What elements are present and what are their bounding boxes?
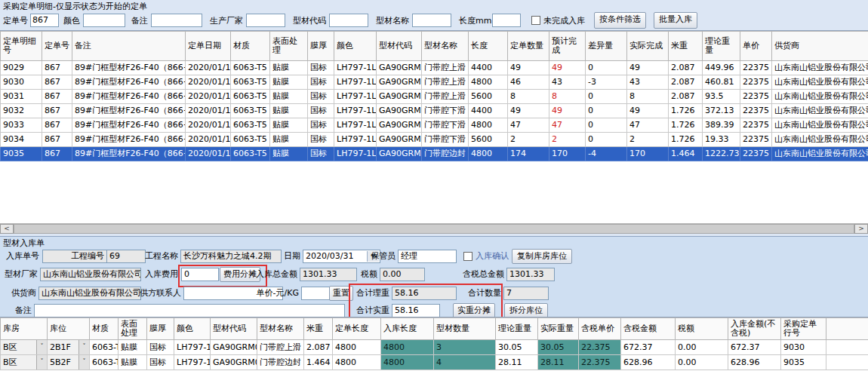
cell[interactable]: 贴膜 bbox=[270, 75, 308, 90]
cell[interactable]: 山东南山铝业股份有限公司 bbox=[772, 90, 868, 104]
cell[interactable]: 2.087 bbox=[669, 61, 703, 75]
maker-input[interactable]: 山东南山铝业股份有限公司 bbox=[40, 268, 141, 281]
unfinished-checkbox[interactable] bbox=[531, 16, 540, 25]
supplier-input[interactable]: 山东南山铝业股份有限公司 bbox=[38, 287, 141, 300]
cell[interactable]: 22375 bbox=[740, 75, 772, 90]
cell[interactable]: 门带腔下滑 bbox=[422, 133, 469, 147]
cell[interactable]: LH797-1LL0 bbox=[334, 104, 377, 118]
cell[interactable]: 国标 bbox=[308, 90, 334, 104]
cell[interactable]: 贴膜 bbox=[270, 133, 308, 147]
cell[interactable]: 9032 bbox=[1, 104, 42, 118]
cell[interactable]: 1.464 bbox=[669, 147, 703, 161]
cell[interactable]: 49 bbox=[627, 104, 669, 118]
cell[interactable]: 5600 bbox=[469, 90, 508, 104]
cell[interactable]: 6063-T5 bbox=[231, 133, 270, 147]
cell[interactable]: 4800 bbox=[469, 75, 508, 90]
cell[interactable]: 170 bbox=[627, 147, 669, 161]
fee-input[interactable]: 0 bbox=[181, 268, 219, 281]
cell[interactable]: 1.726 bbox=[669, 118, 703, 133]
actual-allocate-button[interactable]: 实重分摊 bbox=[453, 303, 495, 318]
combo-dropdown-icon[interactable]: ˅ bbox=[78, 340, 89, 354]
cell[interactable]: 867 bbox=[42, 104, 72, 118]
table-row[interactable]: 903186789#门框型材F26-F40（866+867）2020/01/13… bbox=[1, 90, 868, 104]
cell[interactable]: GA90GRM03 bbox=[377, 75, 422, 90]
cell[interactable]: 43 bbox=[549, 75, 586, 90]
scroll-right-icon[interactable]: > bbox=[854, 224, 868, 234]
cell[interactable]: LH797-1LL0 bbox=[334, 61, 377, 75]
cell[interactable]: 47 bbox=[508, 118, 549, 133]
cell[interactable]: 门带腔下滑 bbox=[422, 118, 469, 133]
cell[interactable]: 山东南山铝业股份有限公司 bbox=[772, 75, 868, 90]
cell[interactable]: 170 bbox=[549, 147, 586, 161]
cell[interactable]: 4400 bbox=[469, 61, 508, 75]
cell[interactable]: 6063-T5 bbox=[231, 90, 270, 104]
cell[interactable]: 山东南山铝业股份有限公司 bbox=[772, 133, 868, 147]
table-row[interactable]: B区˅2B1F˅6063-T5贴膜国标LH797-1LL0GA90GRM03门带… bbox=[1, 340, 868, 355]
filter-by-condition-button[interactable]: 按条件筛选 bbox=[594, 12, 646, 29]
cell[interactable]: 867 bbox=[42, 75, 72, 90]
copy-warehouse-button[interactable]: 复制库房库位 bbox=[512, 249, 572, 264]
split-location-button[interactable]: 拆分库位 bbox=[504, 303, 548, 318]
cell[interactable]: 2.087 bbox=[669, 75, 703, 90]
cell[interactable]: 2020/01/13 bbox=[186, 90, 231, 104]
cell[interactable]: 贴膜 bbox=[270, 104, 308, 118]
cell[interactable]: GA90GRM03 bbox=[377, 90, 422, 104]
total-actual-input[interactable]: 58.16 bbox=[392, 304, 440, 317]
project-no-input[interactable]: 69 bbox=[106, 250, 146, 263]
cell[interactable]: 6063-T5 bbox=[231, 75, 270, 90]
table-row[interactable]: B区˅5B2F˅6063-T5贴膜国标LH797-1LL0GA90GRM05门带… bbox=[1, 355, 868, 370]
cell[interactable]: 8 bbox=[549, 90, 586, 104]
cell[interactable]: 门带腔边封 bbox=[422, 147, 469, 161]
cell[interactable]: B区˅ bbox=[1, 340, 48, 355]
cell[interactable]: 46 bbox=[508, 75, 549, 90]
table-row[interactable]: 903386789#门框型材F26-F40（866+867）2020/01/13… bbox=[1, 118, 868, 133]
combo-dropdown-icon[interactable]: ˅ bbox=[36, 355, 47, 369]
cell[interactable]: 2 bbox=[627, 133, 669, 147]
cell[interactable]: 47 bbox=[549, 118, 586, 133]
cell[interactable]: 49 bbox=[508, 104, 549, 118]
filter-input[interactable] bbox=[246, 14, 285, 27]
cell[interactable]: 6063-T5 bbox=[231, 104, 270, 118]
cell[interactable]: 5B2F˅ bbox=[48, 355, 90, 370]
cell[interactable]: 22375 bbox=[740, 90, 772, 104]
total-with-tax-input[interactable]: 1301.33 bbox=[506, 268, 555, 281]
cell[interactable]: 9035 bbox=[1, 147, 42, 161]
unit-price-input[interactable] bbox=[301, 287, 330, 300]
cell[interactable]: 贴膜 bbox=[270, 147, 308, 161]
cell[interactable]: 1.726 bbox=[669, 133, 703, 147]
cell[interactable]: 9034 bbox=[1, 133, 42, 147]
cell[interactable]: B区˅ bbox=[1, 355, 48, 370]
cell[interactable]: 5600 bbox=[469, 133, 508, 147]
cell[interactable]: 国标 bbox=[308, 133, 334, 147]
cell[interactable]: 174 bbox=[508, 147, 549, 161]
cell[interactable]: 22375 bbox=[740, 147, 772, 161]
cell[interactable]: 4800 bbox=[469, 147, 508, 161]
cell[interactable]: 89#门框型材F26-F40（866+867） bbox=[72, 118, 186, 133]
total-qty-input[interactable]: 7 bbox=[503, 287, 549, 300]
cell[interactable]: 山东南山铝业股份有限公司 bbox=[772, 104, 868, 118]
filter-input[interactable]: 867 bbox=[30, 14, 59, 27]
project-name-input[interactable]: 长沙万科魅力之城4.2期 bbox=[180, 250, 282, 263]
cell[interactable]: 389.39 bbox=[703, 118, 740, 133]
combo-dropdown-icon[interactable]: ˅ bbox=[78, 355, 89, 369]
cell[interactable]: 6063-T5 bbox=[231, 118, 270, 133]
cell[interactable]: 89#门框型材F26-F40（866+867） bbox=[72, 147, 186, 161]
cell[interactable]: GA90GRM04 bbox=[377, 118, 422, 133]
table-row[interactable]: 903586789#门框型材F26-F40（866+867）2020/01/13… bbox=[1, 147, 868, 161]
cell[interactable]: 89#门框型材F26-F40（866+867） bbox=[72, 75, 186, 90]
cell[interactable]: -3 bbox=[586, 75, 627, 90]
cell[interactable]: 43 bbox=[627, 75, 669, 90]
cell[interactable]: 89#门框型材F26-F40（866+867） bbox=[72, 104, 186, 118]
cell[interactable]: 4400 bbox=[469, 104, 508, 118]
cell[interactable]: 门带腔下滑 bbox=[422, 104, 469, 118]
table-row[interactable]: 902986789#门框型材F26-F40（866+867）2020/01/13… bbox=[1, 61, 868, 75]
cell[interactable]: 0 bbox=[586, 133, 627, 147]
cell[interactable]: 1.726 bbox=[669, 104, 703, 118]
cell[interactable]: 2020/01/13 bbox=[186, 104, 231, 118]
cell[interactable]: 47 bbox=[627, 118, 669, 133]
horizontal-scrollbar[interactable]: < > bbox=[0, 223, 868, 234]
cell[interactable]: LH797-1LL0 bbox=[334, 118, 377, 133]
cell[interactable]: 89#门框型材F26-F40（866+867） bbox=[72, 133, 186, 147]
filter-input[interactable] bbox=[492, 14, 521, 27]
cell[interactable]: 2 bbox=[549, 133, 586, 147]
